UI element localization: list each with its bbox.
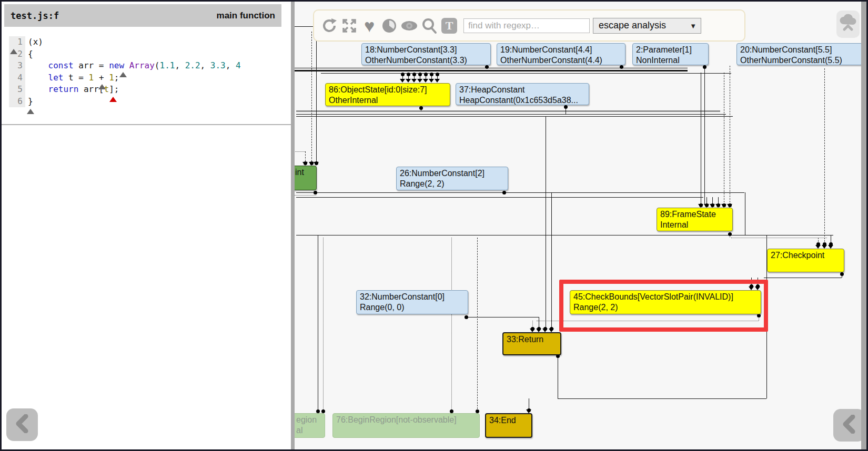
graph-edge xyxy=(477,238,478,412)
graph-edge xyxy=(296,114,726,115)
edge-endpoint-dot xyxy=(430,73,433,76)
edge-endpoint-dot xyxy=(703,65,706,69)
graph-edge xyxy=(296,197,703,198)
graph-edge xyxy=(295,26,314,27)
graph-node-27[interactable]: 27:Checkpoint xyxy=(767,249,844,272)
line-number: 3 xyxy=(9,60,25,72)
edge-arrowhead-icon xyxy=(536,329,541,332)
edge-endpoint-dot xyxy=(476,409,479,413)
toggle-hide-dead-icon[interactable]: ♥ xyxy=(360,17,378,35)
edge-arrowhead-icon xyxy=(710,204,715,208)
edge-endpoint-dot xyxy=(407,73,410,76)
source-separator xyxy=(2,124,291,125)
deopt-marker-icon[interactable] xyxy=(109,97,117,102)
source-file-title: test.js:f xyxy=(11,11,59,21)
position-marker-icon[interactable] xyxy=(119,72,127,77)
phase-select[interactable]: escape analysis ▼ xyxy=(593,18,701,34)
edge-endpoint-dot xyxy=(424,73,428,76)
hide-unselected-icon[interactable] xyxy=(380,17,398,35)
position-marker-icon[interactable] xyxy=(27,109,34,114)
graph-edge xyxy=(296,192,744,193)
pane-resizer[interactable] xyxy=(291,2,295,449)
graph-edge xyxy=(296,110,720,112)
edge-arrowhead-icon xyxy=(828,245,833,249)
edge-arrowhead-icon xyxy=(815,245,821,249)
edge-endpoint-dot xyxy=(316,409,320,413)
edge-arrowhead-icon xyxy=(526,409,531,413)
graph-node-19[interactable]: 19:NumberConstant[4.4]OtherNumberConstan… xyxy=(497,43,625,65)
graph-node-26[interactable]: 26:NumberConstant[2]Range(2, 2) xyxy=(396,167,508,190)
position-marker-icon[interactable] xyxy=(98,84,106,89)
graph-edge xyxy=(704,65,705,205)
code-line[interactable]: 2{ xyxy=(9,48,241,60)
graph-edge xyxy=(824,68,825,244)
phase-select-value: escape analysis xyxy=(599,20,666,31)
graph-panel[interactable]: 18:NumberConstant[3.3]OtherNumberConstan… xyxy=(295,2,866,449)
edge-arrowhead-icon xyxy=(542,329,548,332)
graph-node-int[interactable]: int xyxy=(295,166,317,190)
graph-node-32[interactable]: 32:NumberConstant[0]Range(0, 0) xyxy=(356,290,468,314)
graph-vertical-scrollbar[interactable] xyxy=(861,2,866,449)
edge-arrowhead-icon xyxy=(698,204,703,208)
relayout-icon[interactable] xyxy=(320,17,338,35)
graph-edge xyxy=(451,238,452,412)
expand-all-icon[interactable] xyxy=(340,17,358,35)
graph-edge xyxy=(558,398,766,399)
graph-edge xyxy=(731,238,827,238)
graph-node-18[interactable]: 18:NumberConstant[3.3]OtherNumberConstan… xyxy=(361,43,491,65)
graph-node-33[interactable]: 33:Return xyxy=(502,332,561,355)
graph-node-cut[interactable]: egional xyxy=(295,413,325,438)
search-input[interactable] xyxy=(463,18,590,33)
edge-arrowhead-icon xyxy=(721,204,726,208)
graph-node-34[interactable]: 34:End xyxy=(485,413,532,438)
edge-endpoint-dot xyxy=(321,409,325,413)
graph-edge xyxy=(311,32,312,164)
code-line[interactable]: 5 return arr[t]; xyxy=(9,84,241,96)
graph-node-89[interactable]: 89:FrameStateInternal xyxy=(657,208,733,231)
graph-node-86[interactable]: 86:ObjectState[id:0|size:7]OtherInternal xyxy=(325,83,450,106)
edge-arrowhead-icon xyxy=(302,162,308,166)
line-number: 1 xyxy=(9,36,25,48)
edge-arrowhead-icon xyxy=(411,79,417,83)
graph-node-45[interactable]: 45:CheckBounds[VectorSlotPair(INVALID)]R… xyxy=(570,290,761,314)
turbolizer-window: test.js:f main function 1(x)2{3 const ar… xyxy=(0,0,868,451)
graph-edge xyxy=(764,278,842,278)
edge-endpoint-dot xyxy=(314,191,317,194)
edge-endpoint-dot xyxy=(418,73,422,76)
toggle-types-icon[interactable]: T xyxy=(439,18,459,34)
upload-button[interactable] xyxy=(836,11,860,38)
edge-arrowhead-icon xyxy=(314,162,319,166)
edge-endpoint-dot xyxy=(412,73,416,76)
graph-edge xyxy=(295,68,688,68)
line-number: 6 xyxy=(9,96,25,108)
graph-node-2[interactable]: 2:Parameter[1]NonInternal xyxy=(632,43,709,65)
prev-phase-button[interactable] xyxy=(6,408,38,441)
code-line[interactable]: 6} xyxy=(9,96,241,108)
code-line[interactable]: 3 const arr = new Array(1.1, 2.2, 3.3, 4 xyxy=(9,60,241,72)
edge-endpoint-dot xyxy=(564,105,568,109)
zoom-selection-icon[interactable] xyxy=(420,17,438,35)
graph-node-20[interactable]: 20:NumberConstant[5.5]OtherNumberConstan… xyxy=(736,43,863,65)
graph-edge xyxy=(701,73,701,205)
edge-arrowhead-icon xyxy=(530,329,535,332)
graph-node-76[interactable]: 76:BeginRegion[not-observable] xyxy=(332,413,480,438)
edge-arrowhead-icon xyxy=(417,79,422,83)
hide-selected-icon[interactable] xyxy=(400,17,418,35)
graph-edge xyxy=(318,235,318,412)
edge-arrowhead-icon xyxy=(715,204,721,208)
graph-edge xyxy=(295,70,688,71)
code-line[interactable]: 1(x) xyxy=(9,36,241,48)
position-marker-icon[interactable] xyxy=(10,49,17,54)
source-panel: test.js:f main function 1(x)2{3 const ar… xyxy=(2,2,291,449)
graph-node-37[interactable]: 37:HeapConstantHeapConstant(0x1c653d5a38… xyxy=(456,83,589,105)
graph-edge xyxy=(745,192,745,235)
next-phase-button[interactable] xyxy=(833,409,865,442)
edge-endpoint-dot xyxy=(620,65,623,69)
edge-arrowhead-icon xyxy=(549,329,554,332)
edge-arrowhead-icon xyxy=(423,79,428,83)
graph-edge xyxy=(730,66,730,205)
edge-arrowhead-icon xyxy=(429,79,434,83)
graph-edge xyxy=(295,195,316,196)
graph-edge xyxy=(546,116,546,329)
graph-edge xyxy=(724,73,724,205)
